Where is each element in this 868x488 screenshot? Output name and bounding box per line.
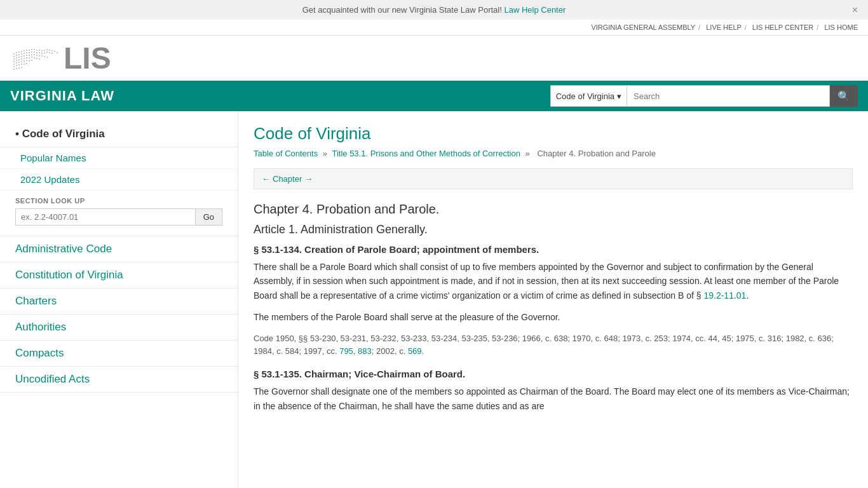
notification-link[interactable]: Law Help Center bbox=[504, 5, 566, 15]
svg-rect-38 bbox=[24, 55, 25, 57]
section-53-1-135: § 53.1-135. Chairman; Vice-Chairman of B… bbox=[254, 369, 853, 413]
citation-link-569[interactable]: 569 bbox=[408, 346, 422, 356]
svg-rect-55 bbox=[31, 57, 32, 58]
chapter-nav-back[interactable]: ← Chapter → bbox=[262, 174, 313, 184]
svg-rect-52 bbox=[24, 58, 25, 59]
svg-rect-14 bbox=[49, 50, 50, 51]
sidebar-item-compacts[interactable]: Compacts bbox=[0, 341, 238, 367]
utility-nav: VIRGINIA GENERAL ASSEMBLY / LIVE HELP / … bbox=[0, 20, 868, 36]
svg-rect-16 bbox=[54, 51, 55, 52]
svg-rect-2 bbox=[18, 51, 20, 53]
svg-rect-64 bbox=[26, 60, 27, 61]
notification-text: Get acquainted with our new Virginia Sta… bbox=[302, 5, 502, 15]
svg-rect-62 bbox=[21, 61, 22, 62]
search-button[interactable]: 🔍 bbox=[830, 85, 858, 107]
citation-link-795[interactable]: 795 bbox=[339, 346, 353, 356]
logo-text: LIS bbox=[64, 43, 111, 74]
section-lookup-button[interactable]: Go bbox=[196, 208, 222, 226]
sidebar: Code of Virginia Popular Names 2022 Upda… bbox=[0, 111, 238, 488]
main-nav: VIRGINIA LAW Code of Virginia ▾ 🔍 bbox=[0, 81, 868, 111]
sidebar-item-charters[interactable]: Charters bbox=[0, 288, 238, 315]
chapter-nav: ← Chapter → bbox=[254, 168, 853, 189]
section-53-1-134-heading: § 53.1-134. Creation of Parole Board; ap… bbox=[254, 244, 853, 255]
svg-rect-43 bbox=[36, 55, 37, 56]
left-arrow-icon: ← bbox=[262, 174, 270, 184]
sidebar-item-authorities[interactable]: Authorities bbox=[0, 315, 238, 341]
article-heading: Article 1. Administration Generally. bbox=[254, 223, 853, 236]
link-19-2-11-01[interactable]: 19.2-11.01 bbox=[703, 290, 746, 301]
svg-rect-21 bbox=[21, 53, 22, 55]
section-lookup-row: Go bbox=[15, 208, 222, 226]
svg-rect-23 bbox=[26, 52, 27, 53]
utility-nav-live-help[interactable]: LIVE HELP bbox=[706, 24, 741, 31]
svg-rect-19 bbox=[16, 55, 17, 56]
svg-rect-58 bbox=[39, 58, 40, 60]
svg-rect-7 bbox=[31, 49, 32, 50]
svg-rect-63 bbox=[24, 60, 25, 62]
breadcrumb-title[interactable]: Title 53.1. Prisons and Other Methods of… bbox=[332, 149, 520, 158]
svg-rect-12 bbox=[44, 50, 45, 51]
breadcrumb: Table of Contents » Title 53.1. Prisons … bbox=[254, 149, 853, 158]
svg-rect-61 bbox=[18, 62, 20, 63]
search-scope-dropdown[interactable]: Code of Virginia ▾ bbox=[550, 85, 627, 107]
svg-rect-28 bbox=[39, 52, 40, 53]
svg-rect-70 bbox=[21, 64, 22, 65]
utility-nav-lis-home[interactable]: LIS HOME bbox=[824, 24, 858, 31]
svg-rect-56 bbox=[34, 57, 35, 58]
sidebar-item-code-of-virginia[interactable]: Code of Virginia bbox=[0, 121, 238, 147]
svg-rect-46 bbox=[44, 56, 45, 57]
main-layout: Code of Virginia Popular Names 2022 Upda… bbox=[0, 111, 868, 488]
svg-rect-15 bbox=[51, 50, 53, 51]
svg-rect-50 bbox=[18, 59, 20, 60]
svg-rect-32 bbox=[49, 52, 50, 53]
svg-rect-76 bbox=[21, 67, 22, 68]
chapter-nav-label: Chapter bbox=[273, 174, 302, 184]
svg-rect-47 bbox=[46, 57, 48, 58]
svg-rect-44 bbox=[39, 55, 40, 57]
notification-close[interactable]: × bbox=[852, 4, 858, 16]
sidebar-item-popular-names[interactable]: Popular Names bbox=[0, 147, 238, 169]
svg-rect-74 bbox=[16, 68, 17, 69]
logo-container: LIS bbox=[10, 41, 111, 76]
sidebar-item-constitution-of-virginia[interactable]: Constitution of Virginia bbox=[0, 262, 238, 288]
svg-rect-53 bbox=[26, 57, 27, 58]
sidebar-item-uncodified-acts[interactable]: Uncodified Acts bbox=[0, 367, 238, 393]
search-input[interactable] bbox=[627, 85, 830, 107]
breadcrumb-separator-2: » bbox=[526, 149, 532, 158]
svg-rect-67 bbox=[13, 66, 15, 67]
utility-nav-general-assembly[interactable]: VIRGINIA GENERAL ASSEMBLY bbox=[591, 24, 695, 31]
site-header: LIS bbox=[0, 36, 868, 81]
svg-rect-10 bbox=[39, 50, 40, 51]
svg-rect-40 bbox=[29, 55, 30, 56]
svg-rect-36 bbox=[18, 57, 20, 58]
utility-nav-lis-help[interactable]: LIS HELP CENTER bbox=[752, 24, 813, 31]
svg-rect-57 bbox=[36, 58, 37, 59]
section-53-1-134-para-2: The members of the Parole Board shall se… bbox=[254, 310, 853, 324]
right-arrow-icon: → bbox=[304, 174, 313, 184]
sidebar-item-2022-updates[interactable]: 2022 Updates bbox=[0, 169, 238, 191]
notification-bar: Get acquainted with our new Virginia Sta… bbox=[0, 0, 868, 20]
svg-rect-34 bbox=[13, 58, 15, 60]
svg-rect-27 bbox=[36, 52, 37, 53]
svg-rect-11 bbox=[41, 50, 43, 51]
svg-rect-71 bbox=[24, 64, 25, 65]
svg-rect-0 bbox=[13, 53, 15, 55]
svg-rect-4 bbox=[24, 50, 25, 51]
svg-rect-72 bbox=[26, 63, 27, 64]
svg-rect-75 bbox=[18, 67, 20, 69]
breadcrumb-chapter: Chapter 4. Probation and Parole bbox=[537, 149, 655, 158]
sidebar-item-administrative-code[interactable]: Administrative Code bbox=[0, 236, 238, 262]
svg-rect-45 bbox=[41, 55, 43, 57]
svg-rect-51 bbox=[21, 58, 22, 60]
svg-rect-49 bbox=[16, 60, 17, 61]
svg-rect-8 bbox=[34, 49, 35, 50]
svg-rect-18 bbox=[13, 56, 15, 57]
section-lookup-input[interactable] bbox=[15, 208, 196, 226]
breadcrumb-toc[interactable]: Table of Contents bbox=[254, 149, 318, 158]
svg-rect-66 bbox=[31, 60, 32, 61]
svg-rect-25 bbox=[31, 51, 32, 53]
svg-rect-24 bbox=[29, 52, 30, 53]
svg-rect-35 bbox=[16, 57, 17, 58]
citation-link-883[interactable]: 883 bbox=[358, 346, 372, 356]
svg-rect-31 bbox=[46, 51, 48, 53]
